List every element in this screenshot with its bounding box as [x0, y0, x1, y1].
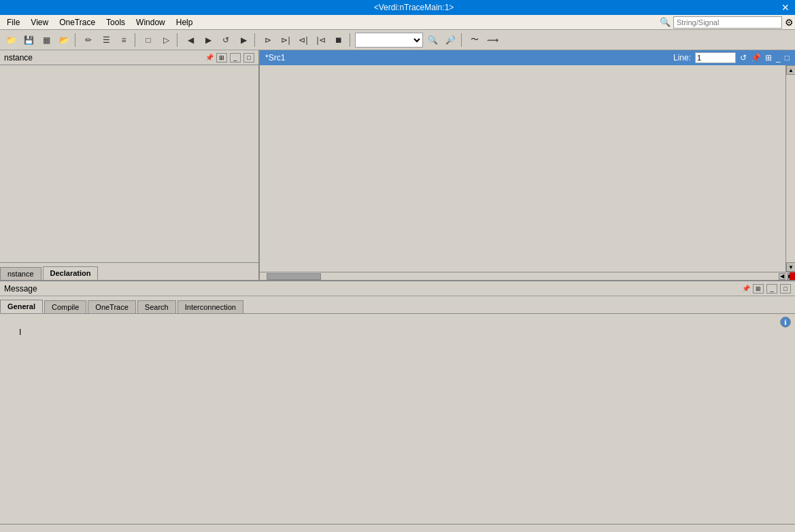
toolbar-sep-5: [350, 33, 352, 47]
editor-max-btn[interactable]: □: [785, 53, 790, 63]
toolbar-sep-4: [254, 33, 257, 47]
menu-help[interactable]: Help: [171, 16, 199, 29]
msg-tab-search[interactable]: Search: [137, 300, 176, 313]
left-panel-title: nstance: [4, 53, 33, 63]
step4-btn[interactable]: |⊲: [313, 32, 329, 48]
title-bar-title: <Verdi:nTraceMain:1>: [46, 3, 781, 12]
right-editor: *Src1 Line: ↺ 📌 ⊞ _ □ ▲ ▼: [260, 50, 795, 280]
tab-instance[interactable]: nstance: [0, 267, 41, 280]
refresh-btn[interactable]: ↺: [218, 32, 234, 48]
message-action-btn[interactable]: ℹ: [780, 317, 791, 327]
editor-scroll-down[interactable]: ▼: [786, 262, 795, 272]
toolbar-sep-1: [75, 33, 78, 47]
panel-min-btn[interactable]: _: [230, 53, 241, 63]
cursor-indicator: I: [19, 327, 21, 337]
msg-min-btn[interactable]: _: [766, 284, 777, 294]
panel-max-btn[interactable]: □: [243, 53, 254, 63]
left-panel: nstance 📌 ⊞ _ □ nstance Declaration: [0, 50, 260, 280]
editor-header-left: *Src1: [265, 53, 285, 63]
editor-vscrollbar: ▲ ▼: [785, 65, 795, 272]
msg-tab-compile[interactable]: Compile: [44, 300, 86, 313]
editor-red-indicator: [790, 272, 795, 280]
toolbar-sep-3: [177, 33, 180, 47]
message-title: Message: [4, 284, 37, 294]
menu-view[interactable]: View: [25, 16, 54, 29]
step-btn[interactable]: ⊳: [260, 32, 276, 48]
search-icon: 🔍: [660, 17, 671, 27]
left-panel-content: [0, 65, 258, 262]
editor-dock-btn[interactable]: ⊞: [765, 53, 772, 63]
msg-tab-onetrace[interactable]: OneTrace: [88, 300, 136, 313]
toolbar-sep-6: [461, 33, 464, 47]
message-tabs: General Compile OneTrace Search Intercon…: [0, 296, 795, 314]
wave2-btn[interactable]: ⟿: [484, 32, 501, 48]
toolbar-sep-2: [135, 33, 137, 47]
title-bar: <Verdi:nTraceMain:1> ✕: [0, 0, 795, 15]
open-file-btn[interactable]: 📂: [56, 32, 72, 48]
edit-btn[interactable]: ✏: [80, 32, 97, 48]
msg-hscrollbar[interactable]: [0, 524, 795, 532]
line-input[interactable]: [695, 52, 736, 63]
list-btn[interactable]: ☰: [98, 32, 114, 48]
editor-header-right: Line: ↺ 📌 ⊞ _ □: [673, 52, 790, 63]
nav-back-btn[interactable]: ◀: [182, 32, 199, 48]
search-input[interactable]: [673, 16, 782, 29]
editor-scroll-track[interactable]: [786, 75, 795, 262]
line-label: Line:: [673, 53, 691, 63]
nav-fwd-btn[interactable]: ▶: [200, 32, 216, 48]
step3-btn[interactable]: ⊲|: [295, 32, 311, 48]
editor-hscroll-left[interactable]: ◀: [779, 273, 785, 280]
search2-btn[interactable]: 🔎: [442, 32, 458, 48]
grid-btn[interactable]: ▦: [38, 32, 54, 48]
msg-max-btn[interactable]: □: [780, 284, 791, 294]
search-config-icon[interactable]: ⚙: [785, 17, 794, 28]
close-button[interactable]: ✕: [781, 2, 790, 13]
menu-file[interactable]: File: [1, 16, 25, 29]
top-section: nstance 📌 ⊞ _ □ nstance Declaration *Src…: [0, 50, 795, 281]
tab-declaration[interactable]: Declaration: [43, 266, 99, 280]
play-btn[interactable]: ▶: [235, 32, 252, 48]
message-header: Message 📌 ⊞ _ □: [0, 281, 795, 296]
open-folder-btn[interactable]: 📁: [3, 32, 19, 48]
editor-refresh-btn[interactable]: ↺: [740, 53, 747, 63]
editor-content[interactable]: [260, 65, 785, 272]
left-panel-header: nstance 📌 ⊞ _ □: [0, 50, 258, 65]
left-panel-tabs: nstance Declaration: [0, 262, 258, 280]
editor-min-btn[interactable]: _: [776, 53, 781, 63]
save-btn[interactable]: 💾: [20, 32, 37, 48]
pin-icon[interactable]: 📌: [205, 54, 214, 61]
editor-header: *Src1 Line: ↺ 📌 ⊞ _ □: [260, 50, 795, 65]
menu-window[interactable]: Window: [131, 16, 171, 29]
msg-dock-btn[interactable]: ⊞: [753, 284, 764, 294]
editor-pin-btn[interactable]: 📌: [751, 53, 761, 63]
msg-panel-controls: 📌 ⊞ _ □: [742, 284, 791, 294]
menu-search-area: 🔍 ⚙: [660, 16, 794, 29]
panel-controls: 📌 ⊞ _ □: [205, 53, 254, 63]
box-btn[interactable]: □: [140, 32, 156, 48]
box2-btn[interactable]: ▷: [158, 32, 174, 48]
editor-scroll-thumb[interactable]: [267, 273, 321, 280]
zoom-btn[interactable]: 🔍: [424, 32, 441, 48]
toolbar: 📁 💾 ▦ 📂 ✏ ☰ ≡ □ ▷ ◀ ▶ ↺ ▶ ⊳ ⊳| ⊲| |⊲ ⏹ 🔍…: [0, 30, 795, 50]
panel-dock-btn[interactable]: ⊞: [216, 53, 227, 63]
msg-tab-interconnection[interactable]: Interconnection: [177, 300, 243, 313]
editor-scroll-up[interactable]: ▲: [786, 65, 795, 75]
list2-btn[interactable]: ≡: [116, 32, 132, 48]
stop-btn[interactable]: ⏹: [331, 32, 347, 48]
editor-hscrollbar[interactable]: ◀ ▶: [260, 272, 795, 280]
step2-btn[interactable]: ⊳|: [277, 32, 294, 48]
wave-btn[interactable]: 〜: [467, 32, 483, 48]
msg-tab-general[interactable]: General: [0, 300, 43, 313]
menu-tools[interactable]: Tools: [101, 16, 131, 29]
menu-bar: File View OneTrace Tools Window Help 🔍 ⚙: [0, 15, 795, 30]
msg-pin-icon[interactable]: 📌: [742, 285, 750, 292]
bottom-section: Message 📌 ⊞ _ □ General Compile OneTrace…: [0, 281, 795, 532]
editor-tab-title[interactable]: *Src1: [265, 53, 285, 63]
main-layout: nstance 📌 ⊞ _ □ nstance Declaration *Src…: [0, 50, 795, 532]
menu-onetrace[interactable]: OneTrace: [54, 16, 101, 29]
message-content[interactable]: I ℹ: [0, 314, 795, 524]
toolbar-dropdown[interactable]: [355, 33, 423, 48]
